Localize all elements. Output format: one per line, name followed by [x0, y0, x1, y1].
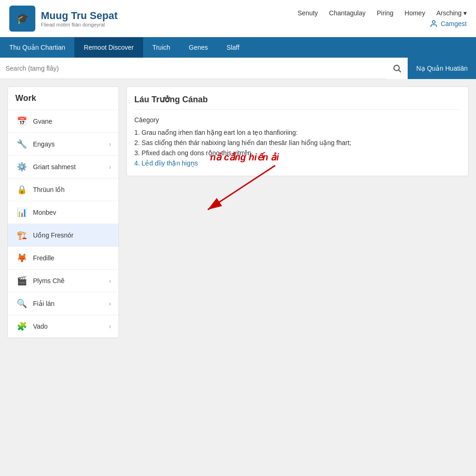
logo-area: 🎓 Muug Tru Sepat Fliead motim fliān dong… — [9, 6, 118, 32]
sidebar-item-gvane[interactable]: 📅 Gvane — [8, 110, 119, 133]
gvane-label: Gvane — [33, 118, 111, 125]
nav-tab-remoot[interactable]: Remoot Discover — [74, 37, 143, 58]
navigation-bar: Thu Quản Chartian Remoot Discover Truich… — [0, 37, 476, 58]
fredille-label: Fredille — [33, 254, 111, 262]
griart-label: Griart sahmest — [33, 163, 104, 171]
search-icon — [392, 64, 402, 73]
plyms-label: Plyms Chě — [33, 277, 104, 284]
sidebar-title: Work — [8, 87, 119, 110]
main-content: Work 📅 Gvane 🔧 Engays › ⚙️ Griart sahmes… — [0, 79, 476, 346]
sidebar-item-plyms[interactable]: 🎬 Plyms Chě › — [8, 270, 119, 292]
right-panel: Láu Trưởng Cánab Cāegory 1. Grau naổng i… — [126, 86, 469, 338]
content-list: 1. Grau naổng irhen tlan hặng eart lon a… — [134, 127, 461, 168]
chevron-right-icon: › — [109, 300, 111, 307]
thrüun-label: Thrüun lồh — [33, 186, 111, 193]
griart-icon: ⚙️ — [15, 160, 28, 173]
site-name: Muug Tru Sepat — [41, 10, 118, 22]
svg-line-2 — [399, 70, 401, 72]
nav-link-homey[interactable]: Homey — [404, 9, 425, 17]
header-right: Senuty Chantagulay Piring Homey Arsching… — [298, 9, 467, 28]
dropdown-arsching[interactable]: Arsching ▾ — [436, 9, 467, 17]
search-icon-button[interactable] — [386, 58, 408, 79]
uong-icon: 🏗️ — [15, 229, 28, 242]
list-item: 1. Grau naổng irhen tlan hặng eart lon a… — [134, 127, 461, 138]
nav-link-senuty[interactable]: Senuty — [298, 9, 318, 17]
gvane-icon: 📅 — [15, 115, 28, 128]
nav-tab-truich[interactable]: Truich — [143, 37, 179, 58]
search-input-wrap — [0, 65, 386, 72]
engays-icon: 🔧 — [15, 138, 28, 151]
sidebar-item-griart[interactable]: ⚙️ Griart sahmest › — [8, 156, 119, 178]
chevron-right-icon: › — [109, 140, 111, 148]
svg-point-1 — [394, 65, 400, 71]
header-top-row: Senuty Chantagulay Piring Homey Arsching… — [298, 9, 467, 17]
list-item: 2. Sas cliổng thén thár nabixing lang hi… — [134, 138, 461, 148]
vado-icon: 🧩 — [15, 320, 28, 333]
thrüun-icon: 🔒 — [15, 183, 28, 196]
uong-label: Uồng Fresnór — [33, 231, 111, 239]
nav-tab-slaff[interactable]: Slaff — [217, 37, 249, 58]
user-icon — [430, 20, 438, 28]
sidebar-item-engays[interactable]: 🔧 Engays › — [8, 133, 119, 156]
category-label: Cāegory — [134, 116, 461, 124]
chevron-right-icon: › — [109, 277, 111, 284]
fiai-icon: 🔍 — [15, 297, 28, 310]
site-tagline: Fliead motim fliān dongeyral — [41, 22, 118, 27]
logo-icon: 🎓 — [9, 6, 35, 32]
user-profile[interactable]: Camgest — [430, 20, 467, 28]
vado-label: Vado — [33, 323, 104, 330]
search-submit-button[interactable]: Nạ Quản Huatiān — [408, 58, 476, 79]
sidebar-item-monbev[interactable]: 📊 Monbev — [8, 201, 119, 224]
search-bar: Nạ Quản Huatiān — [0, 58, 476, 79]
sidebar: Work 📅 Gvane 🔧 Engays › ⚙️ Griart sahmes… — [7, 86, 119, 338]
nav-link-piring[interactable]: Piring — [377, 9, 393, 17]
monbev-label: Monbev — [33, 209, 111, 216]
user-label: Camgest — [441, 20, 467, 27]
nav-tab-genes[interactable]: Genes — [179, 37, 217, 58]
header: 🎓 Muug Tru Sepat Fliead motim fliān dong… — [0, 0, 476, 37]
list-item: 3. Pfixed dach ong dons rộno this vitrrě… — [134, 148, 461, 158]
search-input[interactable] — [6, 65, 381, 72]
plyms-icon: 🎬 — [15, 274, 28, 287]
logo-text: Muug Tru Sepat Fliead motim fliān dongey… — [41, 10, 118, 27]
content-box: Láu Trưởng Cánab Cāegory 1. Grau naổng i… — [126, 86, 469, 176]
content-title: Láu Trưởng Cánab — [134, 94, 461, 110]
fiai-label: Fiải lán — [33, 300, 104, 307]
sidebar-item-vado[interactable]: 🧩 Vado › — [8, 315, 119, 338]
sidebar-item-thrüun[interactable]: 🔒 Thrüun lồh — [8, 178, 119, 201]
chevron-right-icon: › — [109, 163, 111, 171]
monbev-icon: 📊 — [15, 206, 28, 219]
chevron-right-icon: › — [109, 323, 111, 330]
sidebar-item-fredille[interactable]: 🦊 Fredille — [8, 247, 119, 270]
nav-link-chantagulay[interactable]: Chantagulay — [329, 9, 366, 17]
list-item-link[interactable]: 4. Lẻd dîiy thận higṉs — [134, 158, 461, 168]
svg-point-0 — [432, 20, 435, 23]
sidebar-item-uong[interactable]: 🏗️ Uồng Fresnór — [8, 224, 119, 247]
fredille-icon: 🦊 — [15, 251, 28, 264]
sidebar-item-fiai[interactable]: 🔍 Fiải lán › — [8, 292, 119, 315]
engays-label: Engays — [33, 140, 104, 148]
nav-tab-thu-quan[interactable]: Thu Quản Chartian — [0, 37, 74, 58]
